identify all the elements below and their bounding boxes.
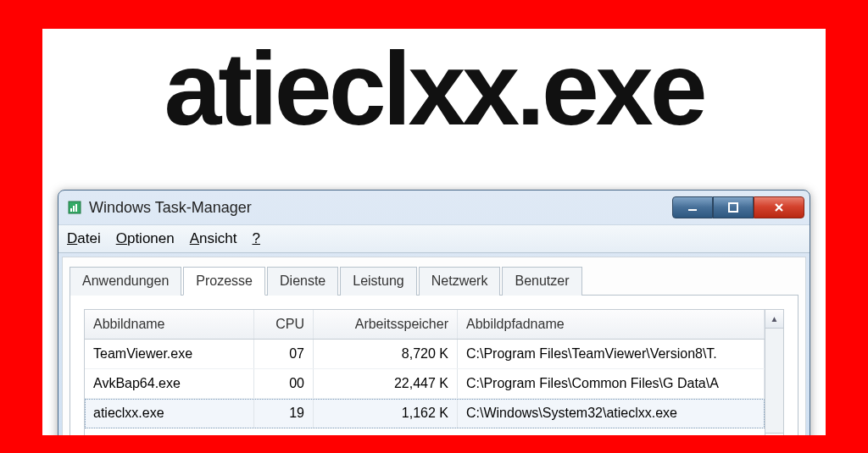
table-row[interactable]: atieclxx.exe191,162 KC:\Windows\System32…	[85, 399, 765, 428]
scroll-track[interactable]	[765, 329, 783, 433]
cell-cpu: 19	[254, 399, 314, 428]
tab-body: Abbildname CPU Arbeitsspeicher Abbildpfa…	[70, 295, 798, 435]
scroll-down-icon[interactable]: ▼	[765, 433, 783, 435]
tab-users[interactable]: Benutzer	[502, 267, 581, 296]
menu-options[interactable]: Optionen	[116, 230, 175, 247]
tab-processes[interactable]: Prozesse	[183, 267, 265, 296]
tab-strip: Anwendungen Prozesse Dienste Leistung Ne…	[70, 266, 798, 295]
table-row[interactable]: AvkBap64.exe0022,447 KC:\Program Files\C…	[85, 369, 765, 399]
cell-name: TeamViewer.exe	[85, 340, 254, 368]
svg-rect-4	[688, 209, 697, 211]
col-path[interactable]: Abbildpfadname	[458, 310, 765, 339]
cell-path: C:\Windows\System32\atieclxx.exe	[458, 399, 765, 428]
cell-mem: 8,720 K	[314, 340, 458, 368]
cell-name: atieclxx.exe	[85, 399, 254, 428]
process-grid: Abbildname CPU Arbeitsspeicher Abbildpfa…	[84, 309, 784, 435]
rows: TeamViewer.exe078,720 KC:\Program Files\…	[85, 340, 765, 435]
svg-rect-5	[729, 203, 737, 212]
cell-path: C:\Program Files\TeamViewer\Version8\T.	[458, 340, 765, 368]
menu-view[interactable]: Ansicht	[190, 230, 237, 247]
maximize-button[interactable]	[713, 196, 754, 218]
cell-mem: 22,447 K	[314, 369, 458, 398]
menu-file[interactable]: Datei	[67, 230, 101, 247]
col-cpu[interactable]: CPU	[254, 310, 314, 339]
scroll-up-icon[interactable]: ▲	[765, 310, 783, 329]
close-button[interactable]	[754, 196, 804, 218]
table-row[interactable]: TeamViewer.exe078,720 KC:\Program Files\…	[85, 340, 765, 369]
tab-networking[interactable]: Netzwerk	[419, 267, 501, 296]
tab-applications[interactable]: Anwendungen	[70, 267, 181, 296]
tab-performance[interactable]: Leistung	[340, 267, 417, 296]
menubar: Datei Optionen Ansicht ?	[58, 224, 810, 253]
svg-rect-2	[73, 206, 75, 212]
client-area: Anwendungen Prozesse Dienste Leistung Ne…	[62, 257, 806, 435]
taskmgr-icon	[67, 200, 82, 215]
column-headers: Abbildname CPU Arbeitsspeicher Abbildpfa…	[85, 310, 765, 340]
outer-panel: atieclxx.exe Windows Task-Manager Datei	[42, 29, 826, 435]
menu-help[interactable]: ?	[252, 230, 259, 247]
svg-rect-3	[75, 204, 77, 212]
cell-mem: 1,162 K	[314, 399, 458, 428]
tab-services[interactable]: Dienste	[267, 267, 338, 296]
cell-path: C:\Program Files\Common Files\G Data\A	[458, 369, 765, 398]
cell-name: AvkBap64.exe	[85, 369, 254, 398]
titlebar[interactable]: Windows Task-Manager	[58, 191, 810, 224]
scrollbar[interactable]: ▲ ▼	[765, 310, 783, 435]
task-manager-window: Windows Task-Manager Datei Optionen Ansi…	[58, 190, 810, 435]
minimize-button[interactable]	[672, 196, 713, 218]
headline: atieclxx.exe	[42, 37, 826, 141]
col-image-name[interactable]: Abbildname	[85, 310, 254, 339]
col-memory[interactable]: Arbeitsspeicher	[314, 310, 458, 339]
svg-rect-1	[70, 208, 72, 212]
window-title: Windows Task-Manager	[89, 199, 672, 217]
cell-cpu: 07	[254, 340, 314, 368]
cell-cpu: 00	[254, 369, 314, 398]
window-controls	[672, 196, 804, 218]
